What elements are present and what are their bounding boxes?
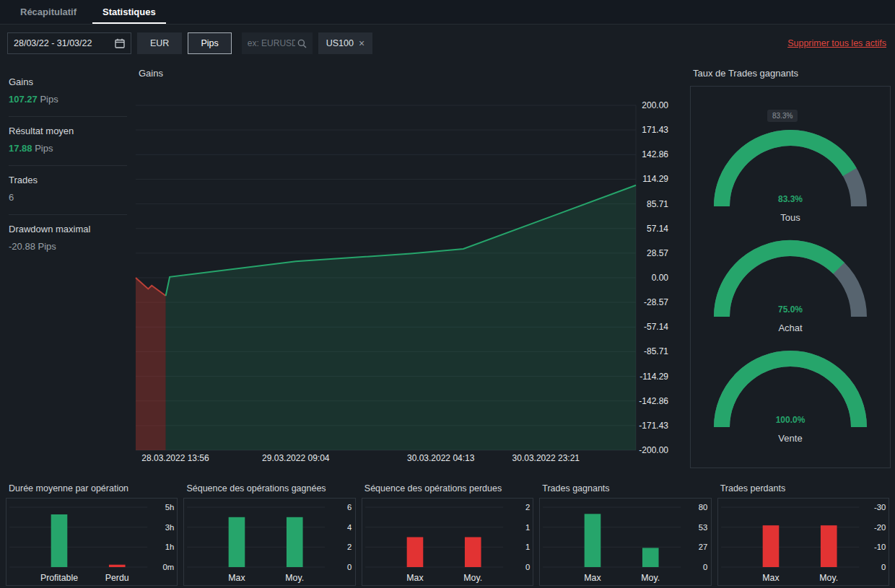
mini-category-label: Moy. <box>642 573 660 583</box>
summary-value: 107.27 <box>9 94 38 105</box>
bar-moy.[interactable] <box>642 548 659 567</box>
bottom-charts-row: Durée moyenne par opération 5h3h1h0mProf… <box>0 476 895 586</box>
gauge-arc[interactable]: 83.3% <box>707 126 873 215</box>
bar-moy.[interactable] <box>287 517 303 567</box>
summary-value: 17.88 <box>9 143 32 154</box>
bar-max[interactable] <box>229 517 245 567</box>
gauge-achat[interactable]: 75.0% Achat <box>707 236 873 333</box>
bar-moy.[interactable] <box>821 525 837 567</box>
mini-tick-label: 27 <box>699 543 708 551</box>
mini-tick-label: 5h <box>165 503 175 512</box>
card-title: Trades perdants <box>720 483 889 493</box>
summary-label: Résultat moyen <box>9 126 127 136</box>
mini-category-label: Max <box>762 573 779 583</box>
x-tick-label: 29.03.2022 09:04 <box>262 453 330 463</box>
card-box: 8053270MaxMoy. <box>539 498 711 586</box>
gauge-arc[interactable]: 100.0% <box>707 346 873 436</box>
win-rate-box: 83.3% 83.3% Tous 75.0% Achat 100.0% Vent… <box>690 86 891 468</box>
search-icon <box>297 39 307 48</box>
win-rate-panel: Taux de Trades gagnants 83.3% 83.3% Tous… <box>690 62 891 476</box>
mini-category-label: Moy. <box>819 573 838 583</box>
mini-tick-label: -10 <box>874 543 886 551</box>
summary-label: Gains <box>9 76 127 87</box>
y-tick-label: 28.57 <box>647 248 668 258</box>
summary-value: -20.88 <box>9 241 35 252</box>
gauges-wrap: 83.3% Tous 75.0% Achat 100.0% Vente <box>707 126 873 457</box>
delete-all-assets-link[interactable]: Supprimer tous les actifs <box>787 38 886 48</box>
card-loss-streak: Séquence des opérations perdues 2110MaxM… <box>362 482 533 586</box>
win-streak-bar-chart[interactable]: 6420MaxMoy. <box>184 500 354 584</box>
gauge-percent: 100.0% <box>776 415 806 425</box>
mini-tick-label: 1h <box>165 543 175 551</box>
y-tick-label: -85.71 <box>644 346 668 356</box>
card-avg-duration: Durée moyenne par opération 5h3h1h0mProf… <box>6 482 178 586</box>
gauge-label: Tous <box>780 212 800 223</box>
equity-chart-title: Gains <box>139 68 690 79</box>
gauge-label: Vente <box>778 433 802 444</box>
card-box: 6420MaxMoy. <box>183 498 355 586</box>
gauge-percent: 83.3% <box>778 194 803 204</box>
mini-tick-label: 53 <box>699 523 708 532</box>
summary-unit: Pips <box>40 94 58 105</box>
mini-category-label: Profitable <box>40 573 78 583</box>
mini-tick-label: 0 <box>703 563 707 571</box>
mini-tick-label: 2 <box>347 543 352 551</box>
date-range-input[interactable] <box>14 38 108 48</box>
card-losing-trades: Trades perdants -30-20-100MaxMoy. <box>717 482 889 586</box>
calendar-icon[interactable] <box>115 38 125 48</box>
avg-duration-bar-chart[interactable]: 5h3h1h0mProfitablePerdu <box>6 500 177 584</box>
bar-max[interactable] <box>585 514 601 567</box>
card-box: 5h3h1h0mProfitablePerdu <box>6 498 178 586</box>
mini-tick-label: 2 <box>525 503 530 512</box>
mini-tick-label: 6 <box>347 503 352 512</box>
mini-tick-label: 4 <box>347 523 352 532</box>
gauge-percent: 75.0% <box>778 304 803 315</box>
pips-button[interactable]: Pips <box>188 32 231 54</box>
y-tick-label: 57.14 <box>647 224 668 234</box>
symbol-search-input[interactable] <box>248 38 295 48</box>
gauge-arc[interactable]: 75.0% <box>707 236 873 325</box>
tab-recapitulatif[interactable]: Récapitulatif <box>7 0 90 24</box>
losing-trades-bar-chart[interactable]: -30-20-100MaxMoy. <box>718 500 889 584</box>
mini-category-label: Max <box>229 573 245 583</box>
gauge-tous[interactable]: 83.3% Tous <box>707 126 873 223</box>
equity-chart[interactable]: 200.00171.43142.86114.2985.7157.1428.570… <box>134 84 684 470</box>
mini-tick-label: 3h <box>165 523 175 532</box>
date-range-picker[interactable] <box>7 32 131 54</box>
y-tick-label: 142.86 <box>642 149 668 159</box>
chip-remove-icon[interactable]: × <box>359 38 364 49</box>
x-tick-label: 30.03.2022 04:13 <box>407 453 475 463</box>
y-tick-label: 0.00 <box>652 273 669 283</box>
mini-category-label: Max <box>406 573 423 583</box>
y-tick-label: -171.43 <box>639 421 668 431</box>
card-title: Séquence des opérations perdues <box>364 483 533 493</box>
bar-max[interactable] <box>762 525 779 567</box>
loss-streak-bar-chart[interactable]: 2110MaxMoy. <box>362 500 533 584</box>
gauge-vente[interactable]: 100.0% Vente <box>707 346 873 444</box>
symbol-search <box>242 32 313 54</box>
tab-statistiques[interactable]: Statistiques <box>90 0 169 24</box>
winning-trades-bar-chart[interactable]: 8053270MaxMoy. <box>540 500 710 584</box>
bar-perdu[interactable] <box>109 565 126 567</box>
mini-category-label: Moy. <box>286 573 305 583</box>
card-title: Séquence des opérations gagnées <box>186 483 355 493</box>
summary-gains: Gains 107.27 Pips <box>9 76 127 117</box>
card-title: Trades gagnants <box>542 483 711 493</box>
mini-category-label: Perdu <box>105 573 129 583</box>
x-tick-label: 30.03.2022 23:21 <box>512 453 580 463</box>
bar-profitable[interactable] <box>51 514 68 567</box>
bar-moy.[interactable] <box>465 537 481 568</box>
summary-trades: Trades 6 <box>9 166 127 215</box>
summary-label: Drawdown maximal <box>9 224 127 234</box>
gauge-tooltip: 83.3% <box>767 110 798 122</box>
asset-chip-us100[interactable]: US100 × <box>318 32 372 54</box>
currency-button[interactable]: EUR <box>137 32 182 54</box>
mini-tick-label: 0 <box>347 563 352 571</box>
gauge-label: Achat <box>778 322 802 333</box>
summary-unit: Pips <box>35 143 53 154</box>
y-tick-label: 114.29 <box>642 174 668 184</box>
mini-tick-label: 1 <box>525 543 530 551</box>
bar-max[interactable] <box>406 537 423 568</box>
card-win-streak: Séquence des opérations gagnées 6420MaxM… <box>183 482 355 586</box>
mini-category-label: Moy. <box>463 573 482 583</box>
